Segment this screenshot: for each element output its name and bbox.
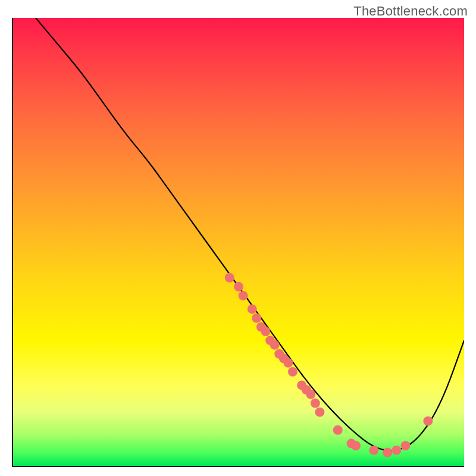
highlight-dot (248, 304, 257, 314)
highlight-dot (423, 416, 433, 426)
highlight-dot (239, 291, 248, 300)
highlight-dot (306, 390, 315, 399)
highlight-dot (400, 441, 410, 450)
highlight-dot (311, 399, 320, 408)
highlight-dot (283, 358, 293, 368)
highlight-dot (270, 340, 280, 350)
highlight-dot (225, 273, 234, 283)
chart-container: TheBottleneck.com (0, 0, 476, 476)
highlight-dot (252, 314, 261, 323)
plot-area (12, 18, 464, 467)
highlight-dot (369, 446, 378, 455)
highlight-dot (315, 408, 324, 417)
highlight-dot (288, 367, 298, 377)
curve-svg (13, 18, 464, 466)
highlight-dot (261, 327, 271, 336)
highlight-dot (383, 447, 392, 457)
highlight-dots-group (225, 273, 433, 458)
highlight-dot (234, 282, 243, 292)
highlight-dot (333, 425, 343, 435)
highlight-dot (351, 441, 361, 450)
bottleneck-curve (36, 18, 464, 451)
watermark-text: TheBottleneck.com (353, 4, 468, 19)
highlight-dot (392, 446, 401, 455)
